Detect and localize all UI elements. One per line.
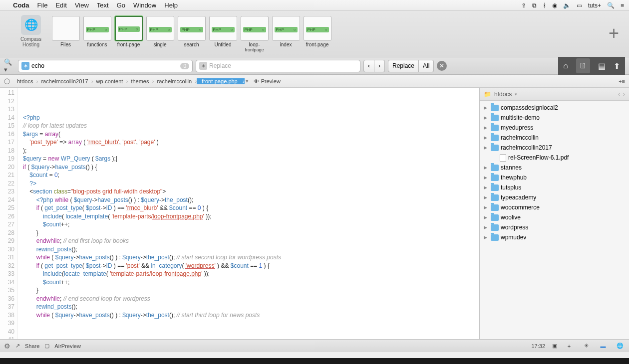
dropbox-icon[interactable]: ⇪ [521,2,526,9]
breadcrumb-rachelmccollin2017[interactable]: rachelmccollin2017 [38,78,93,84]
sidebar-root-label[interactable]: htdocs [494,91,512,98]
battery-icon[interactable]: ▭ [577,2,582,9]
code-line[interactable]: ?> [23,180,479,188]
menu-edit[interactable]: Edit [55,1,66,9]
code-line[interactable]: } [23,286,479,295]
volume-icon[interactable]: 🔈 [563,2,571,9]
replace-all-button[interactable]: All [419,60,434,72]
app-name[interactable]: Coda [13,1,29,9]
tab-front-page[interactable]: PHP○front-page [302,15,333,55]
add-action-icon[interactable]: + [564,342,574,350]
code-line[interactable]: include( locate_template( 'template-part… [23,212,479,221]
tree-item-rachelmccollin[interactable]: ▶rachelmccollin [480,133,629,143]
breadcrumb-rachelmccollin[interactable]: rachelmccollin [154,78,197,84]
search-dropdown-icon[interactable]: 🔍▾ [4,60,15,71]
tab-single[interactable]: PHP○single [144,15,176,55]
path-root-icon[interactable]: ◯ [0,78,14,84]
tab-front-page[interactable]: PHP○front-page [113,15,144,55]
code-editor[interactable]: 1112131415161718192021222324252627282930… [0,88,479,339]
tab-search[interactable]: PHP○search [176,15,207,55]
tree-item-rachelmccollin2017[interactable]: ▶rachelmccollin2017 [480,143,629,153]
code-line[interactable]: <?php while ( $query->have_posts() ) : $… [23,196,479,204]
tree-item-wordpress[interactable]: ▶wordpress [480,222,629,232]
symbols-icon[interactable]: ▣ [552,343,557,349]
settings-gear-icon[interactable]: ⚙ [4,342,10,350]
code-line[interactable]: if ( get_post_type( $post->ID ) == 'post… [23,262,479,270]
close-findbar-button[interactable]: ✕ [437,61,447,71]
regex-icon[interactable]: ✶ [21,62,29,70]
publish-view-icon[interactable]: ⬆ [614,61,620,71]
code-line[interactable]: $count++; [23,278,479,287]
find-next-button[interactable]: › [374,60,385,72]
sidebar-forward-icon[interactable]: › [623,91,625,98]
replace-button[interactable]: Replace [388,60,419,72]
code-line[interactable]: rewind_posts(); [23,303,479,311]
site-tile[interactable]: 🌐 Compass Hosting [17,15,45,47]
breadcrumb-wp-content[interactable]: wp-content [93,78,128,84]
code-line[interactable]: $query = new WP_Query ( $args );| [23,155,479,163]
files-view-icon[interactable]: 🗎 [576,58,590,73]
tree-item-woocommerce[interactable]: ▶woocommerce [480,202,629,212]
tree-item-multisite-demo[interactable]: ▶multisite-demo [480,113,629,123]
tree-item-stannes[interactable]: ▶stannes [480,163,629,173]
code-line[interactable]: ); [23,147,479,155]
find-field[interactable]: ✶ 0 [18,60,193,72]
tree-item-woolive[interactable]: ▶woolive [480,212,629,222]
code-line[interactable]: // loop for latest updates [23,122,479,130]
airpreview-icon[interactable]: ▢ [44,343,49,349]
find-input[interactable] [31,62,189,69]
split-add-icon[interactable]: +≡ [619,78,625,84]
tab-index[interactable]: PHP○index [270,15,302,55]
tree-item-wpmudev[interactable]: ▶wpmudev [480,232,629,242]
tree-item-myedupress[interactable]: ▶myedupress [480,123,629,133]
code-line[interactable]: include(locate_template( 'template-parts… [23,270,479,278]
sidebar-back-icon[interactable]: ‹ [618,91,620,98]
code-line[interactable]: 'post_type' => array ( 'rmcc_blurb', 'po… [23,138,479,147]
tree-item-rel-ScreenFlow-6.1.pdf[interactable]: rel-ScreenFlow-6.1.pdf [480,153,629,163]
menu-text[interactable]: Text [97,1,109,9]
gear-action-icon[interactable]: ✳ [581,342,591,350]
menu-help[interactable]: Help [164,1,178,9]
home-view-icon[interactable]: ⌂ [563,61,568,70]
tab-Files[interactable]: Files [50,15,81,55]
code-line[interactable]: while ( $query->have_posts() ) : $query-… [23,311,479,320]
terminal-view-icon[interactable]: ▤ [598,61,606,71]
menu-window[interactable]: Window [133,1,156,9]
replace-input[interactable] [209,62,357,69]
breadcrumb-htdocs[interactable]: htdocs [14,78,38,84]
code-line[interactable]: } [23,229,479,237]
code-line[interactable]: <?php [23,114,479,122]
code-line[interactable]: $count++; [23,220,479,229]
replace-mode-icon[interactable]: ✶ [199,62,207,70]
menu-view[interactable]: View [75,1,89,9]
tree-item-thewphub[interactable]: ▶thewphub [480,173,629,182]
breadcrumb-themes[interactable]: themes [128,78,154,84]
code-line[interactable]: $args = array( [23,130,479,139]
user-name[interactable]: tuts+ [588,2,601,9]
code-line[interactable]: endwhile; // end second loop for wordpre… [23,295,479,303]
code-line[interactable]: if ( $query->have_posts() ) { [23,163,479,172]
code-line[interactable]: while ( $query->have_posts() ) : $query-… [23,253,479,262]
tree-item-compassdesignlocal2[interactable]: ▶compassdesignlocal2 [480,103,629,113]
share-label[interactable]: Share [25,343,39,349]
breadcrumb-front-page.php[interactable]: front-page.php [197,78,245,84]
local-mode-icon[interactable]: ▬ [598,342,608,350]
tree-item-tutsplus[interactable]: ▶tutsplus [480,182,629,192]
remote-mode-icon[interactable]: 🌐 [615,342,625,350]
new-tab-button[interactable]: + [609,23,619,44]
tab-Untitled[interactable]: PHP○Untitled [207,15,239,55]
menu-file[interactable]: File [37,1,48,9]
replace-field[interactable]: ✶ [196,60,360,72]
code-line[interactable]: endwhile; // end first loop for books [23,237,479,245]
menu-go[interactable]: Go [117,1,125,9]
code-line[interactable]: rewind_posts(); [23,245,479,254]
tree-item-typeacademy[interactable]: ▶typeacademy [480,192,629,202]
wifi-icon[interactable]: ◉ [552,2,557,9]
code-line[interactable]: $count = 0; [23,171,479,180]
tab-loop-[interactable]: PHP○loop-frontpage [239,15,270,55]
code-line[interactable]: if ( get_post_type( $post->ID ) == 'rmcc… [23,204,479,212]
screen-icon[interactable]: ⧉ [532,2,537,9]
airpreview-label[interactable]: AirPreview [54,343,81,349]
code-area[interactable]: <?php// loop for latest updates$args = a… [18,88,479,339]
tab-functions[interactable]: PHP○functions [81,15,113,55]
